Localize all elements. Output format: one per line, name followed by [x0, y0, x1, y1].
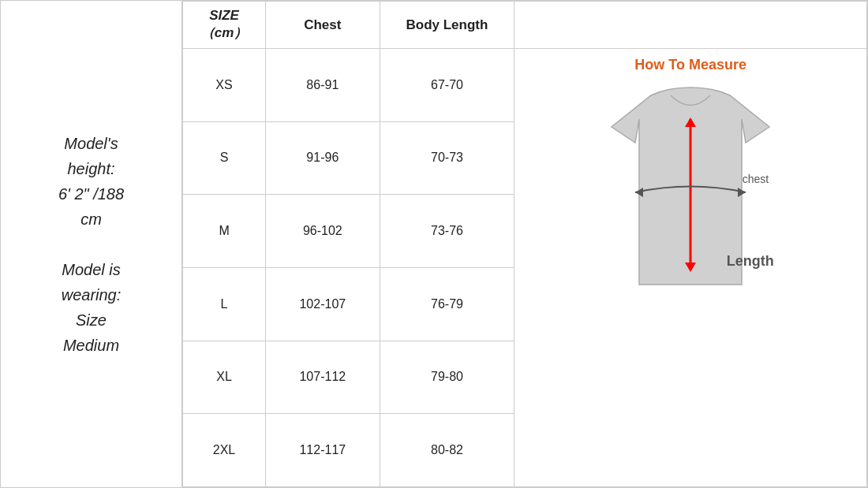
how-to-measure-title: How To Measure [634, 57, 746, 73]
table-section: SIZE（cm） Chest Body Length XS86-9167-70 … [182, 1, 867, 487]
body-length-cell: 67-70 [380, 49, 514, 122]
size-cell: S [183, 121, 266, 195]
body-length-cell: 76-79 [380, 267, 514, 341]
chest-cell: 112-117 [266, 414, 380, 487]
size-cell: 2XL [183, 414, 266, 487]
model-info-line8: Medium [63, 337, 119, 354]
chest-header: Chest [266, 2, 380, 49]
length-label: Length [727, 253, 774, 270]
chest-cell: 96-102 [266, 195, 380, 268]
main-container: Model's height: 6' 2" /188 cm Model is w… [0, 0, 868, 488]
size-cell: XS [183, 49, 266, 122]
model-info-text: Model's height: 6' 2" /188 cm Model is w… [58, 131, 124, 358]
chest-cell: 102-107 [266, 267, 380, 341]
diagram-cell: How To Measure [514, 49, 867, 487]
model-info-line1: Model's [64, 135, 118, 152]
size-cell: M [183, 195, 266, 268]
size-table: SIZE（cm） Chest Body Length XS86-9167-70 … [182, 1, 867, 487]
table-header-row: SIZE（cm） Chest Body Length [183, 2, 867, 49]
chest-cell: 107-112 [266, 341, 380, 414]
model-info-line4: cm [80, 210, 102, 228]
body-length-cell: 79-80 [380, 341, 514, 414]
arrow-down-icon [685, 263, 696, 272]
model-info-line6: wearing: [62, 286, 122, 304]
diagram-wrapper: How To Measure [522, 57, 859, 300]
size-cell: L [183, 267, 266, 341]
body-length-header: Body Length [380, 2, 514, 49]
body-length-cell: 70-73 [380, 121, 514, 195]
chest-arrow-container [625, 177, 757, 211]
size-header: SIZE（cm） [183, 2, 266, 49]
svg-marker-0 [635, 188, 643, 197]
tshirt-diagram: chest Length [604, 80, 777, 300]
chest-cell: 86-91 [266, 49, 380, 122]
model-info-panel: Model's height: 6' 2" /188 cm Model is w… [1, 1, 182, 487]
diagram-header [514, 2, 867, 49]
chest-cell: 91-96 [266, 121, 380, 195]
chest-arrow-svg [627, 177, 754, 208]
size-cell: XL [183, 341, 266, 414]
model-info-line5: Model is [62, 261, 120, 278]
arrow-up-icon [685, 117, 696, 127]
body-length-cell: 73-76 [380, 195, 514, 268]
model-info-line7: Size [76, 311, 107, 329]
chest-label: chest [743, 173, 769, 185]
svg-marker-1 [738, 188, 746, 197]
model-info-line2: height: [67, 160, 114, 177]
body-length-cell: 80-82 [380, 414, 514, 487]
table-row: XS86-9167-70 How To Measure [183, 49, 867, 122]
model-info-line3: 6' 2" /188 [58, 185, 124, 203]
